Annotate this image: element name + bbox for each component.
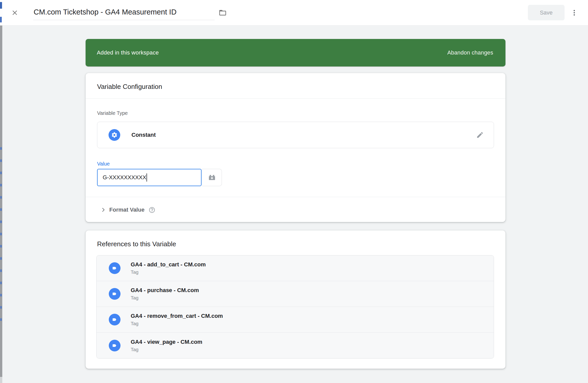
underlying-page-footer-sliver [0,377,2,383]
value-row: G-XXXXXXXXXX [97,169,494,186]
tag-icon [109,340,121,351]
references-list: GA4 - add_to_cart - CM.com Tag GA4 - pur… [96,255,494,359]
kebab-menu-icon [570,9,578,17]
format-value-help-button[interactable] [149,207,155,213]
tag-icon [109,314,121,325]
reference-name: GA4 - add_to_cart - CM.com [131,261,206,268]
reference-type: Tag [131,321,223,326]
variable-configuration-body: Variable Type Constant Value [86,110,505,186]
pencil-icon [476,131,484,139]
content-area: Added in this workspace Abandon changes … [0,25,588,383]
reference-row[interactable]: GA4 - purchase - CM.com Tag [97,281,494,307]
close-button[interactable] [9,7,21,19]
reference-name: GA4 - remove_from_cart - CM.com [131,313,223,319]
underlying-page-header-sliver [0,0,2,25]
divider [86,98,505,99]
abandon-changes-button[interactable]: Abandon changes [447,49,493,56]
variable-configuration-title: Variable Configuration [86,73,505,91]
tag-icon [109,262,121,274]
format-value-label: Format Value [109,207,144,213]
underlying-page-edge [0,0,2,383]
folder-button[interactable] [217,7,229,19]
workspace-status-banner: Added in this workspace Abandon changes [86,39,505,66]
value-input[interactable]: G-XXXXXXXXXX [97,169,202,186]
reference-name: GA4 - purchase - CM.com [131,287,199,294]
reference-row[interactable]: GA4 - remove_from_cart - CM.com Tag [97,307,494,333]
variable-type-value: Constant [131,132,156,138]
format-value-expander[interactable]: Format Value [86,197,505,223]
underlying-page-scrim-sliver [0,25,2,377]
top-bar: Save [0,0,588,25]
references-card: References to this Variable GA4 - add_to… [86,230,505,369]
close-icon [11,9,19,17]
reference-row[interactable]: GA4 - add_to_cart - CM.com Tag [97,255,494,281]
reference-row[interactable]: GA4 - view_page - CM.com Tag [97,333,494,358]
variable-configuration-card: Variable Configuration Variable Type Con… [86,73,505,222]
value-label: Value [97,161,494,167]
variable-type-label: Variable Type [97,110,494,116]
help-icon [149,207,155,213]
variable-brick-icon [207,173,217,182]
edit-variable-type-button[interactable] [474,129,486,141]
more-options-button[interactable] [568,7,580,19]
save-button[interactable]: Save [528,5,565,20]
variable-title-input[interactable] [33,5,215,20]
gear-icon [109,129,120,141]
workspace-status-text: Added in this workspace [97,49,159,56]
reference-name: GA4 - view_page - CM.com [131,339,202,345]
insert-variable-button[interactable] [202,169,222,186]
reference-type: Tag [131,269,206,275]
value-input-text: G-XXXXXXXXXX [103,174,146,181]
tag-icon [109,288,121,300]
references-title: References to this Variable [86,230,505,248]
reference-type: Tag [131,347,202,352]
chevron-right-icon [100,207,106,213]
variable-type-selector[interactable]: Constant [97,122,494,148]
folder-icon [219,9,227,17]
text-cursor [146,173,147,182]
reference-type: Tag [131,295,199,301]
